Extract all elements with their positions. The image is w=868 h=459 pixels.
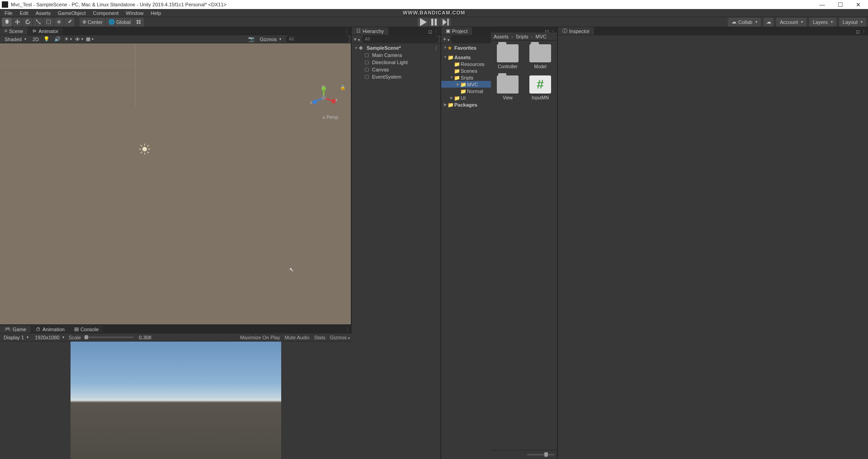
collab-button[interactable]: ☁Collab bbox=[728, 18, 761, 27]
step-button[interactable] bbox=[440, 18, 451, 27]
tab-options-icon[interactable]: ⊡ bbox=[428, 29, 432, 35]
account-dropdown[interactable]: Account bbox=[776, 18, 807, 27]
hierarchy-icon: ☷ bbox=[356, 28, 361, 34]
scale-slider[interactable] bbox=[84, 337, 133, 338]
camera-settings[interactable]: 📷 bbox=[247, 36, 255, 43]
tab-inspector[interactable]: ⓘInspector bbox=[558, 27, 594, 35]
game-viewport bbox=[0, 342, 352, 459]
hierarchy-search-input[interactable] bbox=[362, 36, 439, 42]
pause-button[interactable] bbox=[429, 18, 439, 27]
game-render-output bbox=[71, 342, 281, 459]
tab-animator[interactable]: ⊳Animator bbox=[28, 27, 63, 35]
tab-project[interactable]: ▣Project bbox=[441, 27, 472, 35]
gameobject-canvas[interactable]: ▢Canvas bbox=[352, 66, 440, 73]
scene-viewport[interactable]: y x z ≤ Persp 🔒 ↖ bbox=[0, 43, 351, 324]
layers-dropdown[interactable]: Layers bbox=[809, 18, 836, 27]
menu-help[interactable]: Help bbox=[147, 10, 165, 16]
rect-tool[interactable] bbox=[43, 18, 53, 27]
lighting-toggle[interactable]: 💡 bbox=[42, 36, 51, 43]
cloud-icon: ☁ bbox=[766, 19, 771, 25]
grid-toggle[interactable]: ▦ bbox=[86, 36, 94, 43]
grid-icon: ▦ bbox=[86, 36, 90, 42]
orientation-gizmo[interactable]: y x z bbox=[310, 84, 337, 111]
menu-component[interactable]: Component bbox=[89, 10, 122, 16]
game-tab-bar: 🎮Game ⏱Animation ▤Console ⋮ bbox=[0, 325, 352, 333]
crumb-scripts[interactable]: Sripts bbox=[516, 34, 528, 39]
pivot-mode-button[interactable]: ⊕Center bbox=[80, 18, 105, 27]
move-tool[interactable] bbox=[12, 18, 22, 27]
folder-icon: 📁 bbox=[448, 102, 453, 108]
gameobject-directional-light[interactable]: ▢Directional Light bbox=[352, 59, 440, 66]
play-button[interactable] bbox=[417, 18, 428, 27]
menu-assets[interactable]: Assets bbox=[32, 10, 54, 16]
stats-toggle[interactable]: Stats bbox=[314, 335, 326, 340]
tab-scene[interactable]: ⌗Scene bbox=[0, 27, 28, 35]
maximize-on-play[interactable]: Maximize On Play bbox=[240, 335, 280, 340]
tab-menu-icon[interactable]: ⋮ bbox=[344, 29, 349, 35]
tab-menu-icon[interactable]: ⋮ bbox=[345, 327, 350, 333]
scene-search-input[interactable] bbox=[286, 36, 349, 42]
pivot-rotation-button[interactable]: 🌐Global bbox=[106, 18, 133, 27]
directional-light-gizmo[interactable] bbox=[139, 144, 150, 155]
tab-menu-icon[interactable]: ⋮ bbox=[434, 29, 439, 35]
gameobject-eventsystem[interactable]: ▢EventSystem bbox=[352, 73, 440, 80]
transform-tool[interactable] bbox=[54, 18, 64, 27]
tab-console[interactable]: ▤Console bbox=[70, 325, 103, 333]
display-dropdown[interactable]: Display 1 bbox=[2, 335, 30, 340]
tab-game[interactable]: 🎮Game bbox=[0, 325, 31, 333]
gameobject-main-camera[interactable]: ▢Main Camera bbox=[352, 52, 440, 59]
crumb-assets[interactable]: Assets bbox=[494, 34, 509, 39]
menu-gameobject[interactable]: GameObject bbox=[54, 10, 90, 16]
asset-controller-folder[interactable]: Controller bbox=[495, 44, 521, 69]
scene-row[interactable]: ▼◈SampleScene*⋮ bbox=[352, 44, 440, 52]
camera-icon: 📷 bbox=[248, 36, 255, 42]
projection-label[interactable]: ≤ Persp bbox=[323, 115, 338, 120]
lightbulb-icon: 💡 bbox=[43, 36, 50, 42]
thumbnail-size-slider[interactable] bbox=[527, 454, 554, 455]
crumb-mvc[interactable]: MVC bbox=[535, 34, 546, 39]
close-button[interactable]: ✕ bbox=[852, 1, 864, 8]
lock-icon[interactable]: 🔒 bbox=[340, 85, 345, 90]
svg-line-22 bbox=[147, 152, 149, 153]
scale-tool[interactable] bbox=[33, 18, 43, 27]
menu-window[interactable]: Window bbox=[122, 10, 147, 16]
minimize-button[interactable]: — bbox=[816, 1, 829, 8]
hand-tool[interactable] bbox=[2, 18, 12, 27]
asset-inputmn-script[interactable]: InputMN bbox=[527, 75, 553, 100]
game-gizmos-dropdown[interactable]: Gizmos bbox=[330, 335, 350, 340]
main-menubar: File Edit Assets GameObject Component Wi… bbox=[0, 9, 868, 17]
tab-animation[interactable]: ⏱Animation bbox=[31, 325, 69, 333]
fx-toggle[interactable]: ☀ bbox=[64, 36, 72, 43]
create-asset-button[interactable]: + bbox=[443, 36, 449, 42]
asset-model-folder[interactable]: Model bbox=[527, 44, 553, 69]
shading-dropdown[interactable]: Shaded bbox=[2, 37, 29, 42]
layout-dropdown[interactable]: Layout bbox=[839, 18, 866, 27]
center-icon: ⊕ bbox=[82, 19, 86, 25]
create-button[interactable]: + bbox=[354, 36, 360, 42]
svg-rect-9 bbox=[448, 19, 449, 25]
gizmos-dropdown[interactable]: Gizmos bbox=[257, 37, 284, 42]
folder-icon bbox=[529, 44, 551, 62]
toggle-2d[interactable]: 2D bbox=[32, 36, 40, 43]
services-button[interactable]: ☁ bbox=[764, 18, 774, 27]
tab-menu-icon[interactable]: ⋮ bbox=[861, 29, 866, 35]
game-toolbar: Display 1 1920x1080 Scale 0.308 Maximize… bbox=[0, 333, 352, 342]
rotate-tool[interactable] bbox=[23, 18, 33, 27]
tab-options-icon[interactable]: ⊡ bbox=[856, 29, 860, 35]
resolution-dropdown[interactable]: 1920x1080 bbox=[33, 335, 66, 340]
menu-edit[interactable]: Edit bbox=[16, 10, 32, 16]
snap-button[interactable] bbox=[134, 18, 144, 27]
csharp-script-icon bbox=[529, 75, 551, 94]
asset-view-folder[interactable]: View bbox=[495, 75, 521, 100]
custom-tool[interactable] bbox=[64, 18, 74, 27]
maximize-button[interactable]: ☐ bbox=[834, 1, 847, 8]
animator-icon: ⊳ bbox=[33, 28, 37, 34]
mute-audio[interactable]: Mute Audio bbox=[285, 335, 310, 340]
scene-menu-icon[interactable]: ⋮ bbox=[434, 46, 439, 51]
tab-hierarchy[interactable]: ☷Hierarchy bbox=[352, 27, 388, 35]
menu-file[interactable]: File bbox=[1, 10, 16, 16]
hierarchy-tree: ▼◈SampleScene*⋮ ▢Main Camera ▢Directiona… bbox=[352, 43, 440, 81]
folder-icon bbox=[497, 75, 519, 94]
hidden-toggle[interactable]: 👁 bbox=[75, 36, 83, 43]
audio-toggle[interactable]: 🔊 bbox=[53, 36, 61, 43]
